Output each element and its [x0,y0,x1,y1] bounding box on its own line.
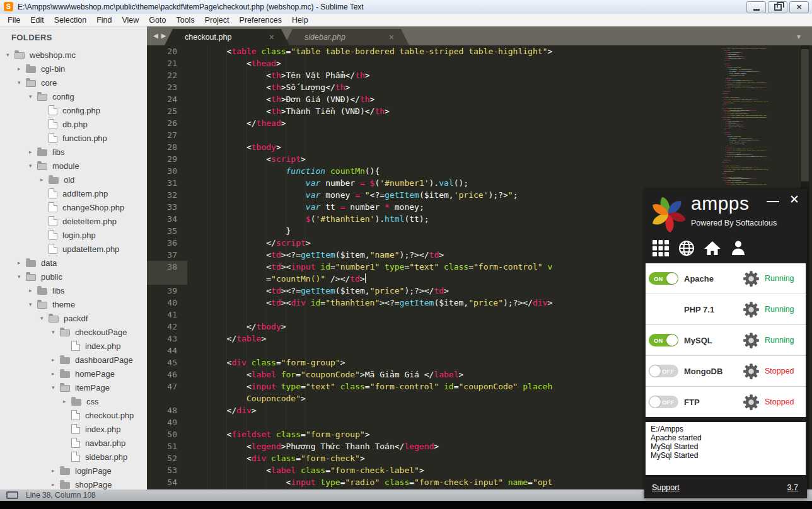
scrollbar-thumb[interactable] [801,49,809,181]
file-item-login.php[interactable]: login.php [0,228,147,242]
file-item-updateItem.php[interactable]: updateItem.php [0,242,147,256]
gear-icon[interactable] [737,394,765,411]
line-number: 20 [147,45,187,57]
menu-view[interactable]: View [117,16,144,25]
toggle-on[interactable]: ON [649,334,678,346]
chevron-right-icon[interactable]: ▸ [29,287,37,294]
folder-item-cgi-bin[interactable]: ▸cgi-bin [0,62,147,76]
chevron-right-icon[interactable]: ▸ [18,260,26,266]
tab-checkout.php[interactable]: checkout.php× [165,29,289,45]
menu-file[interactable]: File [3,16,25,25]
menu-project[interactable]: Project [200,16,235,25]
file-item-config.php[interactable]: config.php [0,103,147,117]
folder-item-css[interactable]: ▸css [0,394,147,408]
chevron-down-icon[interactable]: ▾ [18,79,26,86]
file-item-db.php[interactable]: db.php [0,117,147,131]
version-link[interactable]: 3.7 [787,483,798,492]
service-status: Running [765,336,803,345]
folder-item-itemPage[interactable]: ▾itemPage [0,380,147,394]
menu-goto[interactable]: Goto [144,16,171,25]
folder-item-loginPage[interactable]: ▸loginPage [0,464,147,478]
folder-item-core[interactable]: ▾core [0,76,147,89]
support-link[interactable]: Support [652,483,680,492]
file-item-deleteItem.php[interactable]: deleteItem.php [0,214,147,228]
file-item-index.php[interactable]: index.php [0,422,147,436]
menu-tools[interactable]: Tools [171,16,199,25]
chevron-right-icon[interactable]: ▸ [18,66,26,72]
ampps-header: ampps Powered By Softaculous ✕ [644,189,807,237]
menu-find[interactable]: Find [91,16,117,25]
chevron-down-icon[interactable]: ▾ [29,301,37,307]
ampps-minimize-icon[interactable] [767,201,779,202]
chevron-down-icon[interactable]: ▾ [6,52,14,58]
chevron-down-icon[interactable]: ▾ [40,315,49,321]
service-status: Stopped [765,397,803,406]
chevron-right-icon[interactable]: ▸ [29,149,37,155]
ampps-close-icon[interactable]: ✕ [789,193,799,205]
minimize-button[interactable] [746,1,766,13]
tab-scroll-left-icon[interactable]: ◀ [153,32,161,39]
chevron-right-icon[interactable]: ▸ [52,481,60,488]
line-number: 32 [147,189,187,201]
folder-item-config[interactable]: ▾config [0,89,147,103]
folder-item-checkoutPage[interactable]: ▾checkoutPage [0,325,147,339]
toggle-on[interactable]: ON [649,272,678,285]
restore-button[interactable] [768,1,787,13]
chevron-down-icon[interactable]: ▾ [29,93,37,100]
folder-item-shopPage[interactable]: ▸shopPage [0,478,147,489]
chevron-right-icon[interactable]: ▸ [40,176,49,183]
gear-icon[interactable] [737,363,765,380]
menu-preferences[interactable]: Preferences [235,16,287,25]
file-item-function.php[interactable]: function.php [0,131,147,145]
chevron-down-icon[interactable]: ▾ [18,273,26,280]
panel-switcher-icon[interactable] [6,491,18,499]
tab-close-icon[interactable]: × [389,33,409,42]
tab-scroll-right-icon[interactable]: ▶ [161,32,170,39]
toggle-off[interactable]: OFF [649,396,678,408]
menu-help[interactable]: Help [287,16,313,25]
chevron-down-icon[interactable]: ▾ [52,384,60,391]
file-item-index.php[interactable]: index.php [0,339,147,353]
tab-scroll-arrows[interactable]: ◀▶ [153,32,169,39]
tree-item-label: changeShop.php [62,203,124,212]
home-icon[interactable] [703,239,722,260]
folder-item-libs[interactable]: ▸libs [0,283,147,297]
gear-icon[interactable] [737,301,765,318]
chevron-down-icon[interactable]: ▾ [29,163,37,169]
tab-overflow-icon[interactable]: ▼ [796,33,802,40]
close-button[interactable]: ✕ [789,1,809,13]
file-item-sidebar.php[interactable]: sidebar.php [0,450,147,464]
file-item-navbar.php[interactable]: navbar.php [0,436,147,450]
folder-item-webshop.mc[interactable]: ▾webshop.mc [0,48,147,62]
tab-sidebar.php[interactable]: sidebar.php× [284,29,409,45]
folder-item-old[interactable]: ▸old [0,173,147,186]
folder-item-homePage[interactable]: ▸homePage [0,367,147,380]
line-number: 42 [147,321,187,333]
folder-item-module[interactable]: ▾module [0,159,147,173]
gear-icon[interactable] [737,270,765,287]
folder-item-dashboardPage[interactable]: ▸dashboardPage [0,353,147,367]
tree-item-label: updateItem.php [62,244,119,254]
folder-item-public[interactable]: ▾public [0,270,147,283]
chevron-right-icon[interactable]: ▸ [63,398,71,404]
globe-icon[interactable] [677,239,696,260]
folder-item-data[interactable]: ▸data [0,256,147,270]
gear-icon[interactable] [737,332,765,349]
user-icon[interactable] [729,239,748,260]
chevron-down-icon[interactable]: ▾ [52,329,60,335]
folder-item-libs[interactable]: ▸libs [0,145,147,159]
menu-selection[interactable]: Selection [49,16,91,25]
chevron-right-icon[interactable]: ▸ [52,357,60,363]
tab-close-icon[interactable]: × [269,33,289,42]
folder-item-packdf[interactable]: ▾packdf [0,311,147,325]
chevron-right-icon[interactable]: ▸ [52,467,60,474]
file-item-changeShop.php[interactable]: changeShop.php [0,200,147,214]
toggle-label: OFF [662,399,674,406]
folder-item-theme[interactable]: ▾theme [0,297,147,311]
file-item-addItem.php[interactable]: addItem.php [0,186,147,200]
file-item-checkout.php[interactable]: checkout.php [0,408,147,422]
menu-edit[interactable]: Edit [25,16,49,25]
apps-grid-icon[interactable] [651,239,670,260]
chevron-right-icon[interactable]: ▸ [52,370,60,377]
toggle-off[interactable]: OFF [649,365,678,377]
